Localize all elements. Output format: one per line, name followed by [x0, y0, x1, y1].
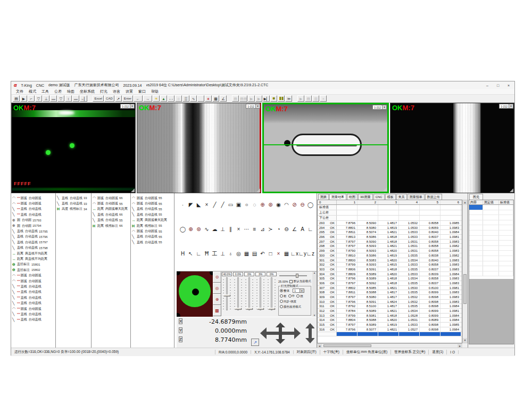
- angle-tool-icon[interactable]: ∠: [290, 226, 298, 234]
- elements-row[interactable]: [469, 236, 513, 241]
- camera-view-3-selected[interactable]: OKM:7 1-212▼: [262, 103, 389, 193]
- master-slider[interactable]: [279, 274, 307, 278]
- radio-option-同步-强度[interactable]: 同步-强度: [280, 300, 296, 303]
- circle-cross-icon[interactable]: ⊕: [259, 201, 267, 209]
- tab-测类[interactable]: 测类: [318, 194, 329, 200]
- z-axis-button[interactable]: Z: [179, 336, 182, 342]
- table-row[interactable]: 294OK7.88018.50801.48191.05300.80591.098…: [318, 226, 462, 230]
- draw-button[interactable]: ↗: [115, 95, 122, 102]
- list-item[interactable]: ↔距离内圆弧最大距离: [92, 207, 130, 212]
- table-row[interactable]: 302OK7.87998.50931.48151.05330.80581.098…: [318, 262, 462, 267]
- tab-elements[interactable]: 图元: [469, 194, 483, 200]
- circle-dashed-icon[interactable]: ◌: [251, 201, 259, 209]
- list-item[interactable]: ╲直线自动直线55: [131, 234, 174, 240]
- list-item[interactable]: H距离线性标注55: [131, 223, 174, 228]
- line-tool-2-icon[interactable]: ╱: [219, 201, 227, 209]
- blob-tool-icon[interactable]: ☁: [211, 226, 219, 234]
- list-item[interactable]: ◠***圆弧自动圆弧: [11, 201, 55, 206]
- list-item[interactable]: H距离线性标注66: [92, 223, 130, 228]
- menu-帮助[interactable]: 帮助: [151, 89, 159, 94]
- radio-option-中[interactable]: 中: [288, 294, 295, 298]
- star-button[interactable]: ∗: [205, 95, 212, 102]
- undo-tool-icon[interactable]: ↶: [259, 250, 267, 258]
- cross-tool-icon[interactable]: ×: [235, 226, 243, 234]
- camera-view-4[interactable]: OKM:7 1-212▼: [390, 103, 514, 193]
- circle-tool-icon[interactable]: ○: [243, 201, 251, 209]
- rect-tool-icon[interactable]: ▭: [227, 201, 235, 209]
- enter-button[interactable]: Enter: [122, 95, 133, 102]
- mode-combo[interactable]: 1▾: [293, 289, 304, 293]
- table-row[interactable]: 300OK7.88108.50861.48191.05350.80381.098…: [318, 253, 462, 258]
- elements-row[interactable]: [469, 261, 513, 267]
- table-row[interactable]: 312OK7.87848.50891.48211.05340.80991.098…: [318, 309, 462, 314]
- camera-range-dropdown[interactable]: 1-212▼: [499, 104, 513, 109]
- table-row[interactable]: 303OK7.88068.50911.48181.05350.80371.098…: [318, 267, 462, 272]
- coord-x-icon[interactable]: ∟x: [290, 250, 298, 258]
- slider-thumb[interactable]: [268, 308, 275, 310]
- list-item[interactable]: ◠***圆弧自动圆弧: [11, 273, 55, 278]
- save-button[interactable]: ▤: [13, 95, 20, 102]
- open-arc-icon[interactable]: ≻: [267, 226, 275, 234]
- table-row[interactable]: 293OK7.87968.50901.48171.05320.80581.098…: [318, 221, 462, 226]
- list-item[interactable]: ╲直线自动直线55: [131, 207, 174, 212]
- list-item[interactable]: ↔距离两圆弧最大距离: [131, 218, 174, 223]
- step-button[interactable]: →▏: [80, 95, 87, 102]
- list-item[interactable]: ◠圆弧自动圆弧55: [131, 228, 174, 234]
- list-item[interactable]: ╲直线自动直线15798: [11, 245, 55, 251]
- list-item[interactable]: ╲***直线自动直线: [11, 317, 55, 323]
- table-row[interactable]: 298OK7.87978.50931.48211.05310.80581.098…: [318, 244, 462, 249]
- line-tool-icon[interactable]: ╱: [211, 201, 219, 209]
- menu-灯光[interactable]: 灯光: [100, 89, 107, 94]
- options-scrollbar[interactable]: ▲▼: [312, 271, 317, 317]
- circle-quarter-icon[interactable]: ◔: [275, 226, 282, 234]
- calculator-icon[interactable]: ▦: [243, 250, 251, 258]
- run-button[interactable]: ≫: [285, 95, 292, 102]
- point-icon[interactable]: ∙: [179, 201, 187, 209]
- scroll-up-icon[interactable]: ▲: [463, 200, 467, 205]
- probe-shield-button[interactable]: ▽: [35, 95, 42, 102]
- circle-slash-2-icon[interactable]: ⊖: [298, 201, 306, 209]
- menu-语言[interactable]: 语言: [113, 89, 120, 94]
- ellipse-tool-icon[interactable]: ◯: [306, 201, 314, 209]
- depth-dim-icon[interactable]: ⊥: [219, 250, 227, 258]
- circle-cross-2-icon[interactable]: ⊛: [267, 201, 275, 209]
- tab-测量结果[interactable]: 测量结果: [329, 194, 346, 200]
- pick-tool-2-icon[interactable]: ◣: [195, 201, 203, 209]
- list-item[interactable]: ⊕圆自动圆15793: [11, 218, 55, 223]
- circle-3d-icon[interactable]: ◎: [235, 250, 243, 258]
- scroll-down-icon[interactable]: ▼: [463, 338, 467, 343]
- dither-button[interactable]: ▩: [212, 95, 219, 102]
- tab-3D测量[interactable]: 3D测量: [358, 194, 373, 200]
- maximize-button[interactable]: □: [495, 84, 501, 87]
- list-item[interactable]: ╲直线自动直线15797: [11, 240, 55, 245]
- list-item[interactable]: ╲直线自动直线15796: [11, 234, 55, 240]
- table-row[interactable]: 299OK7.87908.50931.48201.05310.80581.098…: [318, 249, 462, 253]
- width-dim-icon[interactable]: H: [179, 250, 187, 258]
- path-button[interactable]: ⌐: [28, 95, 35, 102]
- list-item[interactable]: ╲直线自动直线33: [56, 201, 91, 206]
- chart-button[interactable]: ∠: [220, 95, 227, 102]
- table-row[interactable]: 306OK7.87978.50921.48181.05350.80371.098…: [318, 281, 462, 286]
- ellipse-2-icon[interactable]: ◯: [179, 226, 187, 234]
- table-row[interactable]: 下公差: [318, 216, 462, 221]
- circle-center-icon[interactable]: ◉: [275, 201, 282, 209]
- light-slider[interactable]: 0%: [266, 271, 277, 317]
- diag-dim-icon[interactable]: ↖: [187, 250, 195, 258]
- perpendicular-icon[interactable]: ⊥: [219, 226, 227, 234]
- text-tool-icon[interactable]: A: [298, 226, 306, 234]
- elements-row[interactable]: [469, 230, 513, 236]
- list-item[interactable]: ◠***圆弧自动圆弧: [11, 306, 55, 311]
- tab-测量报单[interactable]: 测量报单: [408, 194, 425, 200]
- light-slider[interactable]: 0%: [244, 271, 255, 317]
- list-item[interactable]: ╲直线自动直线15795: [11, 228, 55, 234]
- table-row[interactable]: 308OK7.88118.50881.48171.05350.80991.098…: [318, 290, 462, 295]
- list-item[interactable]: ╲***直线自动直线: [11, 284, 55, 289]
- list-item[interactable]: ⊖直径标注15802: [11, 267, 55, 273]
- cross-cut-icon[interactable]: ×: [203, 201, 211, 209]
- elements-row[interactable]: [469, 251, 513, 256]
- selection-row[interactable]: [318, 332, 462, 337]
- probe-2-button[interactable]: ▽: [57, 95, 64, 102]
- slider-thumb[interactable]: [257, 308, 264, 310]
- image-button[interactable]: ▲: [160, 95, 167, 102]
- scroll-right-icon[interactable]: ►: [458, 344, 462, 348]
